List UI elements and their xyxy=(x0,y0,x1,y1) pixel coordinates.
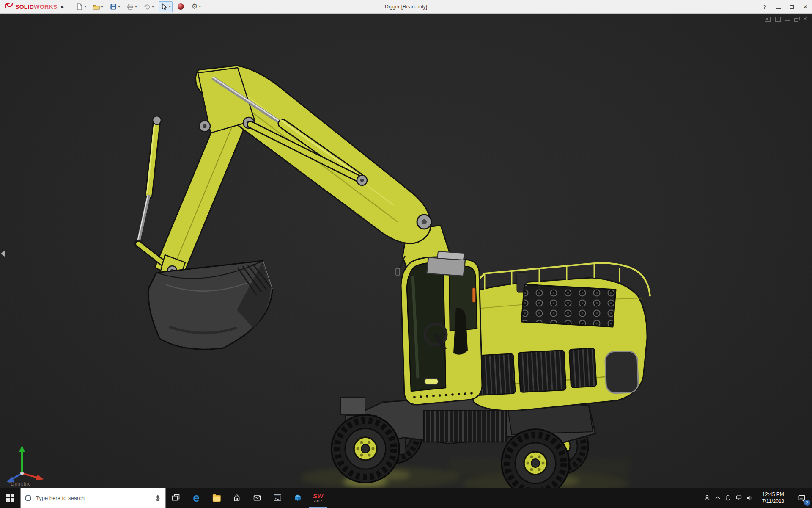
orientation-triad xyxy=(6,445,44,482)
quick-access-toolbar: ▾ ▾ ▾ ▾ ▾ ▾ xyxy=(74,1,203,12)
maximize-icon xyxy=(790,5,794,9)
dassault-systemes-logo xyxy=(4,2,14,11)
close-icon: × xyxy=(803,3,808,11)
options-button[interactable]: ⚙ ▾ xyxy=(189,1,203,12)
clock-time: 12:45 PM xyxy=(762,491,784,498)
new-dropdown-caret[interactable]: ▾ xyxy=(84,5,86,8)
front-wheel-right[interactable] xyxy=(502,429,569,488)
help-button[interactable]: ? xyxy=(758,0,771,14)
panel-toggle-icon[interactable] xyxy=(765,17,771,22)
document-minimize-icon[interactable] xyxy=(785,20,790,21)
new-document-button[interactable]: ▾ xyxy=(74,1,88,12)
cab[interactable] xyxy=(396,251,482,405)
task-view-button[interactable] xyxy=(166,488,186,508)
excavator-scene[interactable] xyxy=(0,14,812,488)
edge-button[interactable]: e xyxy=(186,488,206,508)
windows-taskbar: e SW2 xyxy=(0,488,812,508)
file-explorer-icon xyxy=(212,493,221,502)
windows-logo-icon xyxy=(6,494,14,502)
save-floppy-icon xyxy=(110,3,117,10)
new-document-icon xyxy=(76,3,83,10)
open-dropdown-caret[interactable]: ▾ xyxy=(101,5,103,8)
console-button[interactable] xyxy=(267,488,288,508)
bucket[interactable] xyxy=(148,261,272,349)
app-brand: SOLIDWORKS xyxy=(15,3,57,10)
boom-assembly[interactable] xyxy=(134,66,431,284)
excavator-model[interactable] xyxy=(134,66,650,488)
minimize-button[interactable] xyxy=(771,0,785,14)
speaker-icon xyxy=(746,494,753,501)
document-close-icon[interactable]: × xyxy=(803,17,807,22)
engine-housing[interactable] xyxy=(464,263,650,411)
search-icon xyxy=(25,495,31,501)
search-input[interactable] xyxy=(35,494,151,502)
viewer-3d-button[interactable] xyxy=(288,488,308,508)
close-button[interactable]: × xyxy=(798,0,812,14)
cube-3d-icon xyxy=(294,494,302,502)
store-icon xyxy=(233,494,241,502)
notification-badge: 2 xyxy=(804,500,810,506)
print-dropdown-caret[interactable]: ▾ xyxy=(135,5,137,8)
undo-button[interactable]: ▾ xyxy=(142,1,156,12)
taskbar-spacer xyxy=(328,488,702,508)
mail-icon xyxy=(253,494,261,502)
front-wheel-left[interactable] xyxy=(332,415,399,483)
gear-icon: ⚙ xyxy=(191,3,198,10)
print-button[interactable]: ▾ xyxy=(125,1,139,12)
minimize-icon xyxy=(776,8,781,9)
select-cursor-icon xyxy=(161,3,167,10)
new-window-icon[interactable] xyxy=(775,17,781,22)
select-dropdown-caret[interactable]: ▾ xyxy=(169,5,170,8)
console-icon xyxy=(273,494,282,502)
file-explorer-button[interactable] xyxy=(206,488,227,508)
panel-collapse-arrow[interactable] xyxy=(1,251,5,257)
save-button[interactable]: ▾ xyxy=(108,1,122,12)
graphics-area[interactable]: × *Dimetric xyxy=(0,14,812,488)
options-dropdown-caret[interactable]: ▾ xyxy=(199,5,201,8)
print-icon xyxy=(127,3,134,10)
chevron-up-icon xyxy=(715,496,720,500)
task-view-icon xyxy=(172,494,180,502)
open-document-button[interactable]: ▾ xyxy=(91,1,105,12)
maximize-button[interactable] xyxy=(785,0,798,14)
document-restore-icon[interactable] xyxy=(794,18,798,22)
taskbar-clock[interactable]: 12:45 PM 7/11/2018 xyxy=(754,488,792,508)
appearance-button[interactable] xyxy=(176,1,186,12)
volume-tray-button[interactable] xyxy=(744,488,754,508)
solidworks-2017-icon: SW2017 xyxy=(313,493,323,503)
network-icon xyxy=(735,494,742,501)
select-tool-button[interactable]: ▾ xyxy=(159,1,173,12)
shield-icon xyxy=(725,495,731,501)
start-button[interactable] xyxy=(0,488,20,508)
people-icon xyxy=(704,494,710,501)
save-dropdown-caret[interactable]: ▾ xyxy=(118,5,120,8)
tray-expand-button[interactable] xyxy=(712,488,723,508)
action-center-button[interactable]: 2 xyxy=(792,488,812,508)
undo-dropdown-caret[interactable]: ▾ xyxy=(152,5,154,8)
clock-date: 7/11/2018 xyxy=(762,498,785,505)
people-button[interactable] xyxy=(702,488,712,508)
store-button[interactable] xyxy=(227,488,247,508)
open-folder-icon xyxy=(93,3,100,10)
document-title: Digger [Read-only] xyxy=(385,4,427,10)
solidworks-taskbar-button[interactable]: SW2017 xyxy=(308,488,328,508)
document-window-controls: × xyxy=(765,17,807,22)
edge-icon: e xyxy=(193,492,200,504)
taskbar-search[interactable] xyxy=(20,488,166,508)
security-tray-button[interactable] xyxy=(723,488,733,508)
view-orientation-label: *Dimetric xyxy=(8,480,31,487)
undo-icon xyxy=(144,3,151,10)
menu-flyout-arrow[interactable]: ▶ xyxy=(61,5,64,9)
mail-button[interactable] xyxy=(247,488,267,508)
microphone-icon[interactable] xyxy=(154,494,161,501)
app-titlebar: SOLIDWORKS ▶ ▾ ▾ ▾ ▾ ▾ xyxy=(0,0,812,14)
network-tray-button[interactable] xyxy=(733,488,744,508)
appearance-sphere-icon xyxy=(178,3,184,10)
